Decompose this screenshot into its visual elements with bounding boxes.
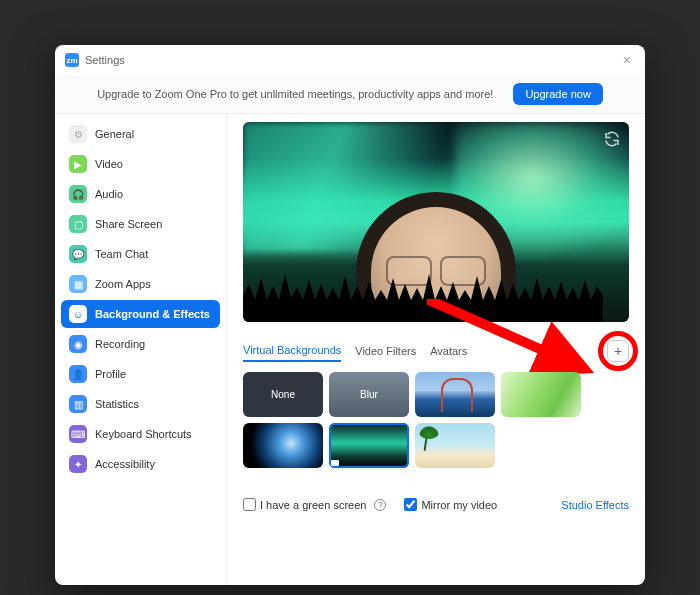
bottom-controls: I have a green screen ? Mirror my video …	[243, 498, 629, 511]
sidebar-item-label: Video	[95, 158, 123, 170]
bg-thumb-bridge[interactable]	[415, 372, 495, 417]
bg-thumb-earth[interactable]	[243, 423, 323, 468]
green-screen-checkbox[interactable]	[243, 498, 256, 511]
window-title: Settings	[85, 54, 125, 66]
sidebar-item-label: Team Chat	[95, 248, 148, 260]
video-icon: ▶	[69, 155, 87, 173]
banner-text: Upgrade to Zoom One Pro to get unlimited…	[97, 88, 493, 100]
sidebar-item-profile[interactable]: 👤 Profile	[61, 360, 220, 388]
sidebar-item-background-effects[interactable]: ☺ Background & Effects	[61, 300, 220, 328]
tab-video-filters[interactable]: Video Filters	[355, 345, 416, 361]
titlebar: zm Settings ×	[55, 45, 645, 75]
audio-icon: 🎧	[69, 185, 87, 203]
upgrade-button[interactable]: Upgrade now	[513, 83, 602, 105]
sidebar-item-audio[interactable]: 🎧 Audio	[61, 180, 220, 208]
sidebar-item-team-chat[interactable]: 💬 Team Chat	[61, 240, 220, 268]
mirror-checkbox[interactable]	[404, 498, 417, 511]
bg-thumb-blur[interactable]: Blur	[329, 372, 409, 417]
studio-effects-link[interactable]: Studio Effects	[561, 499, 629, 511]
sidebar: ⚙ General ▶ Video 🎧 Audio ▢ Share Screen…	[55, 114, 227, 585]
recording-icon: ◉	[69, 335, 87, 353]
sidebar-item-label: Accessibility	[95, 458, 155, 470]
bg-thumb-aurora[interactable]	[329, 423, 409, 468]
body: ⚙ General ▶ Video 🎧 Audio ▢ Share Screen…	[55, 114, 645, 585]
statistics-icon: ▥	[69, 395, 87, 413]
keyboard-icon: ⌨	[69, 425, 87, 443]
sidebar-item-statistics[interactable]: ▥ Statistics	[61, 390, 220, 418]
sidebar-item-zoom-apps[interactable]: ▦ Zoom Apps	[61, 270, 220, 298]
main-panel: Virtual Backgrounds Video Filters Avatar…	[227, 114, 645, 585]
gear-icon: ⚙	[69, 125, 87, 143]
settings-window: zm Settings × Upgrade to Zoom One Pro to…	[55, 45, 645, 585]
video-preview	[243, 122, 629, 322]
mirror-option[interactable]: Mirror my video	[404, 498, 497, 511]
rotate-camera-icon[interactable]	[603, 130, 621, 148]
sidebar-item-label: Recording	[95, 338, 145, 350]
sidebar-item-label: Zoom Apps	[95, 278, 151, 290]
close-icon[interactable]: ×	[619, 51, 635, 69]
chat-icon: 💬	[69, 245, 87, 263]
background-icon: ☺	[69, 305, 87, 323]
sidebar-item-label: Background & Effects	[95, 308, 210, 320]
bg-thumb-beach[interactable]	[415, 423, 495, 468]
tree-silhouette	[243, 266, 603, 322]
sidebar-item-label: General	[95, 128, 134, 140]
profile-icon: 👤	[69, 365, 87, 383]
sidebar-item-general[interactable]: ⚙ General	[61, 120, 220, 148]
sidebar-item-share-screen[interactable]: ▢ Share Screen	[61, 210, 220, 238]
help-icon[interactable]: ?	[374, 499, 386, 511]
tab-avatars[interactable]: Avatars	[430, 345, 467, 361]
share-screen-icon: ▢	[69, 215, 87, 233]
sidebar-item-label: Audio	[95, 188, 123, 200]
mirror-label: Mirror my video	[421, 499, 497, 511]
zoom-logo-icon: zm	[65, 53, 79, 67]
green-screen-label: I have a green screen	[260, 499, 366, 511]
sidebar-item-label: Statistics	[95, 398, 139, 410]
sidebar-item-video[interactable]: ▶ Video	[61, 150, 220, 178]
upgrade-banner: Upgrade to Zoom One Pro to get unlimited…	[55, 75, 645, 114]
sidebar-item-label: Share Screen	[95, 218, 162, 230]
sidebar-item-recording[interactable]: ◉ Recording	[61, 330, 220, 358]
tab-virtual-backgrounds[interactable]: Virtual Backgrounds	[243, 344, 341, 362]
sidebar-item-label: Keyboard Shortcuts	[95, 428, 192, 440]
sidebar-item-label: Profile	[95, 368, 126, 380]
add-background-button[interactable]: +	[607, 340, 629, 362]
green-screen-option[interactable]: I have a green screen	[243, 498, 366, 511]
thumb-label: None	[271, 389, 295, 400]
thumb-label: Blur	[360, 389, 378, 400]
sidebar-item-keyboard-shortcuts[interactable]: ⌨ Keyboard Shortcuts	[61, 420, 220, 448]
bg-thumb-none[interactable]: None	[243, 372, 323, 417]
accessibility-icon: ✦	[69, 455, 87, 473]
sidebar-item-accessibility[interactable]: ✦ Accessibility	[61, 450, 220, 478]
plus-icon: +	[614, 343, 622, 359]
background-thumbnails: None Blur	[243, 372, 629, 468]
effects-tabs: Virtual Backgrounds Video Filters Avatar…	[243, 344, 629, 362]
apps-icon: ▦	[69, 275, 87, 293]
bg-thumb-grass[interactable]	[501, 372, 581, 417]
